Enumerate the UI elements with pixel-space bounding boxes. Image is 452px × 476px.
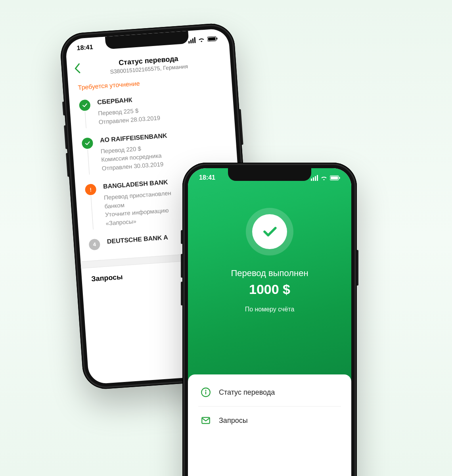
mail-icon [200, 415, 212, 426]
actions-card: Статус перевода Запросы [188, 374, 351, 434]
success-hero: Перевод выполнен 1000 $ По номеру счёта [188, 168, 351, 382]
row-status[interactable]: Статус перевода [198, 378, 341, 407]
success-amount: 1000 $ [249, 282, 290, 297]
wifi-icon [197, 36, 205, 42]
wifi-icon [320, 175, 328, 180]
phone-success: Перевод выполнен 1000 $ По номеру счёта … [182, 163, 357, 476]
svg-rect-2 [216, 37, 218, 39]
svg-point-4 [90, 191, 91, 192]
svg-point-9 [205, 390, 206, 391]
battery-icon [207, 36, 218, 42]
svg-rect-10 [205, 392, 206, 395]
status-time: 18:41 [199, 174, 215, 181]
signal-icon [311, 175, 318, 181]
svg-rect-6 [331, 176, 338, 179]
pending-step-icon: 4 [88, 238, 100, 250]
check-icon [82, 137, 94, 149]
success-check-icon [246, 208, 293, 255]
signal-icon [188, 37, 195, 43]
svg-rect-1 [208, 37, 215, 40]
row-label: Запросы [219, 416, 248, 425]
alert-icon [85, 184, 97, 196]
svg-rect-7 [339, 177, 340, 179]
bank-name: СБЕРБАНК [97, 94, 159, 106]
battery-icon [330, 175, 340, 180]
status-time: 18:41 [77, 44, 93, 52]
back-button[interactable] [74, 63, 81, 77]
row-label: Статус перевода [219, 388, 275, 397]
success-subtitle: По номеру счёта [245, 306, 295, 313]
info-icon [200, 387, 212, 397]
check-icon [79, 99, 91, 111]
success-title: Перевод выполнен [231, 268, 308, 278]
row-requests[interactable]: Запросы [198, 407, 341, 434]
